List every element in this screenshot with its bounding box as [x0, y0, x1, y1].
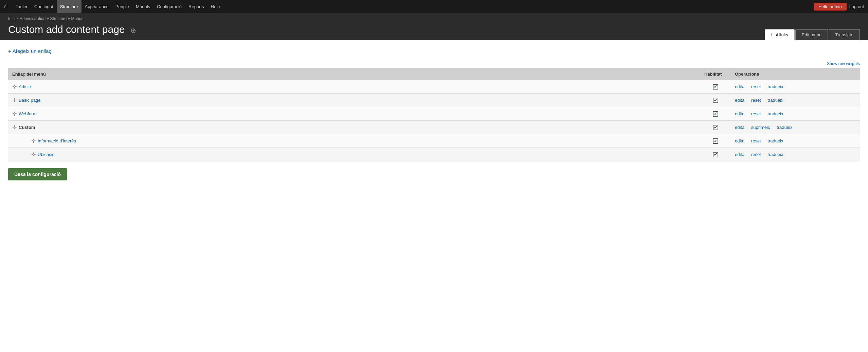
table-head: Enllaç del menú Habilitat Operacions [8, 68, 860, 80]
add-link-label: Afegeix un enllaç [13, 48, 51, 54]
edit-link[interactable]: edita [735, 98, 744, 103]
table-header-row: Enllaç del menú Habilitat Operacions [8, 68, 860, 80]
nav-people[interactable]: People [112, 0, 132, 13]
nav-structure[interactable]: Structure [57, 0, 82, 13]
menu-link-cell: ✛ Custom [8, 121, 700, 134]
menu-link-cell: ✛ Ubicació [8, 148, 700, 161]
tab-translate[interactable]: Translate [829, 29, 860, 40]
operacions-cell: edita suprimeix tradueix [731, 121, 860, 134]
edit-link[interactable]: edita [735, 111, 744, 116]
reset-link[interactable]: reset [751, 111, 761, 116]
table-row: ✛ Webform ✔ edita reset tradueix [8, 107, 860, 121]
add-link-icon: + [8, 48, 11, 54]
header-title-row: Custom add content page ⊕ List links Edi… [8, 24, 860, 40]
edit-link[interactable]: edita [735, 84, 744, 89]
page-title: Custom add content page ⊕ [8, 24, 136, 40]
nav-reports[interactable]: Reports [185, 0, 207, 13]
nav-configuracio[interactable]: Configuració [153, 0, 185, 13]
habilitat-cell: ✔ [700, 107, 731, 121]
add-content-icon[interactable]: ⊕ [130, 27, 136, 34]
tab-list-links[interactable]: List links [765, 29, 795, 40]
edit-link[interactable]: edita [735, 152, 744, 157]
drag-handle-icon[interactable]: ✛ [12, 111, 17, 117]
tradueix-link[interactable]: tradueix [767, 111, 783, 116]
habilitat-cell: ✔ [700, 94, 731, 107]
tab-edit-menu[interactable]: Edit menu [795, 29, 828, 40]
reset-link[interactable]: reset [751, 152, 761, 157]
col-header-operacions: Operacions [731, 68, 860, 80]
nav-appearance[interactable]: Appearance [82, 0, 112, 13]
operacions-cell: edita reset tradueix [731, 80, 860, 94]
table-row: ✛ Ubicació ✔ edita reset tradueix [8, 148, 860, 161]
nav-contingut[interactable]: Contingut [31, 0, 57, 13]
table-row: ✛ Basic page ✔ edita reset tradueix [8, 94, 860, 107]
menu-item-link[interactable]: Article [19, 84, 31, 89]
show-row-weights-container: Show row weights [8, 61, 860, 66]
habilitat-cell: ✔ [700, 80, 731, 94]
menu-item-link[interactable]: Basic page [19, 98, 40, 103]
table-body: ✛ Article ✔ edita reset tradueix ✛ [8, 80, 860, 161]
menu-link-cell: ✛ Article [8, 80, 700, 94]
habilitat-cell: ✔ [700, 148, 731, 161]
tradueix-link[interactable]: tradueix [767, 138, 783, 143]
breadcrumb-menus: Menús [71, 16, 83, 21]
menu-item-link[interactable]: Webform [19, 111, 37, 116]
reset-link[interactable]: reset [751, 98, 761, 103]
nav-moduls[interactable]: Mòduls [132, 0, 153, 13]
menu-item-text: Custom [19, 125, 35, 130]
drag-handle-icon[interactable]: ✛ [31, 151, 36, 158]
habilitat-cell: ✔ [700, 121, 731, 134]
tradueix-link[interactable]: tradueix [767, 152, 783, 157]
tradueix-link[interactable]: tradueix [767, 98, 783, 103]
save-button[interactable]: Desa la configuració [8, 168, 67, 180]
header-area: Inici » Administration » Structure » Men… [0, 13, 868, 40]
show-row-weights-link[interactable]: Show row weights [827, 61, 860, 66]
top-navigation: ⌂ Tauler Contingut Structure Appearance … [0, 0, 868, 13]
home-icon[interactable]: ⌂ [4, 3, 7, 9]
drag-handle-icon[interactable]: ✛ [12, 97, 17, 103]
tabs: List links Edit menu Translate [765, 29, 860, 40]
enabled-checkbox[interactable]: ✔ [713, 152, 718, 157]
tradueix-link[interactable]: tradueix [777, 125, 792, 130]
add-link[interactable]: + Afegeix un enllaç [8, 48, 51, 54]
nav-tauler[interactable]: Tauler [12, 0, 31, 13]
nav-left: ⌂ Tauler Contingut Structure Appearance … [4, 0, 223, 13]
table-row: ✛ Informació d'interès ✔ edita reset tra… [8, 134, 860, 148]
main-content: + Afegeix un enllaç Show row weights Enl… [0, 40, 868, 189]
logout-link[interactable]: Log out [849, 4, 864, 9]
menu-table: Enllaç del menú Habilitat Operacions ✛ A… [8, 68, 860, 161]
suprimeix-link[interactable]: suprimeix [751, 125, 770, 130]
drag-handle-icon[interactable]: ✛ [12, 83, 17, 90]
operacions-cell: edita reset tradueix [731, 107, 860, 121]
enabled-checkbox[interactable]: ✔ [713, 111, 718, 117]
enabled-checkbox[interactable]: ✔ [713, 84, 718, 90]
breadcrumb-administration[interactable]: Administration [20, 16, 46, 21]
breadcrumb-structure[interactable]: Structure [50, 16, 67, 21]
hello-admin-button[interactable]: Hello admin [814, 3, 847, 11]
drag-handle-icon[interactable]: ✛ [12, 124, 17, 131]
menu-link-cell: ✛ Informació d'interès [8, 134, 700, 148]
habilitat-cell: ✔ [700, 134, 731, 148]
menu-link-cell: ✛ Basic page [8, 94, 700, 107]
col-header-menu-link: Enllaç del menú [8, 68, 700, 80]
edit-link[interactable]: edita [735, 125, 744, 130]
operacions-cell: edita reset tradueix [731, 134, 860, 148]
drag-handle-icon[interactable]: ✛ [31, 138, 36, 144]
enabled-checkbox[interactable]: ✔ [713, 98, 718, 103]
nav-right: Hello admin Log out [814, 3, 864, 11]
enabled-checkbox[interactable]: ✔ [713, 125, 718, 130]
menu-link-cell: ✛ Webform [8, 107, 700, 121]
enabled-checkbox[interactable]: ✔ [713, 138, 718, 144]
operacions-cell: edita reset tradueix [731, 148, 860, 161]
breadcrumb-inici[interactable]: Inici [8, 16, 15, 21]
table-row: ✛ Article ✔ edita reset tradueix [8, 80, 860, 94]
nav-help[interactable]: Help [207, 0, 223, 13]
reset-link[interactable]: reset [751, 84, 761, 89]
edit-link[interactable]: edita [735, 138, 744, 143]
operacions-cell: edita reset tradueix [731, 94, 860, 107]
reset-link[interactable]: reset [751, 138, 761, 143]
tradueix-link[interactable]: tradueix [767, 84, 783, 89]
menu-item-link[interactable]: Informació d'interès [38, 138, 76, 143]
menu-item-link[interactable]: Ubicació [38, 152, 55, 157]
table-row: ✛ Custom ✔ edita suprimeix tradueix [8, 121, 860, 134]
